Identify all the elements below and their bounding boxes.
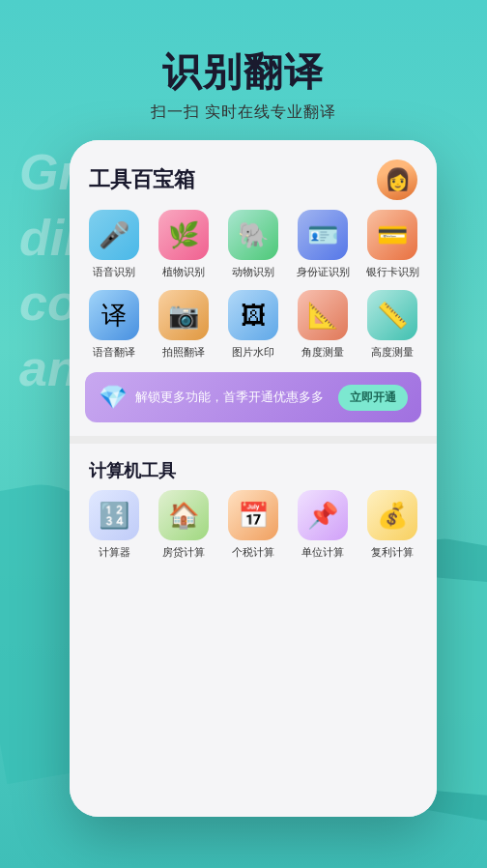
tool-label-height: 高度测量 [371,346,414,359]
calc-item-tax[interactable]: 📅 个税计算 [224,490,282,559]
tool-label-plant: 植物识别 [162,266,205,278]
avatar-face: 👩 [377,159,417,200]
diamond-icon: 💎 [99,384,128,411]
tool-item-translate[interactable]: 译 语音翻译 [85,290,143,359]
calc-label-loan: 房贷计算 [162,546,205,559]
calc-label-unit: 单位计算 [301,546,344,559]
tool-icon-plant: 🌿 [158,210,209,260]
calc-section-header: 计算机工具 [70,448,437,490]
tool-item-plant[interactable]: 🌿 植物识别 [155,210,213,278]
tool-icon-angle: 📐 [298,290,348,340]
card-title: 工具百宝箱 [89,165,195,194]
tool-label-bankcard: 银行卡识别 [366,266,419,278]
tool-item-photo[interactable]: 📷 拍照翻译 [155,290,213,359]
calc-label-compound: 复利计算 [371,546,414,559]
calc-icon-tax: 📅 [228,490,278,540]
calc-label-tax: 个税计算 [232,546,274,559]
calc-grid: 🔢 计算器 🏠 房贷计算 📅 个税计算 📌 单位计算 💰 复利计算 [70,490,437,559]
banner-left: 💎 解锁更多功能，首季开通优惠多多 [99,384,324,411]
main-title: 识别翻译 [0,48,487,95]
tool-item-height[interactable]: 📏 高度测量 [363,290,421,359]
tool-label-photo: 拍照翻译 [162,346,205,359]
tool-icon-watermark: 🖼 [228,290,278,340]
calc-item-compound[interactable]: 💰 复利计算 [363,490,421,559]
calc-label-calc: 计算器 [99,546,130,559]
tool-label-watermark: 图片水印 [232,346,274,359]
promo-banner[interactable]: 💎 解锁更多功能，首季开通优惠多多 立即开通 [85,372,421,422]
tool-label-voice: 语音识别 [93,266,135,278]
tool-item-idcard[interactable]: 🪪 身份证识别 [294,210,352,278]
calc-item-unit[interactable]: 📌 单位计算 [294,490,352,559]
tool-icon-idcard: 🪪 [298,210,348,260]
phone-card: 工具百宝箱 👩 🎤 语音识别 🌿 植物识别 🐘 动物识别 🪪 身份证识别 💳 银… [70,140,437,817]
tool-label-animal: 动物识别 [232,266,274,278]
calc-icon-unit: 📌 [298,490,348,540]
tool-item-angle[interactable]: 📐 角度测量 [294,290,352,359]
tool-icon-height: 📏 [367,290,417,340]
tool-icon-animal: 🐘 [228,210,278,260]
avatar[interactable]: 👩 [377,159,417,200]
tool-item-animal[interactable]: 🐘 动物识别 [224,210,282,278]
card-inner: 工具百宝箱 👩 🎤 语音识别 🌿 植物识别 🐘 动物识别 🪪 身份证识别 💳 银… [70,140,437,817]
tools-grid: 🎤 语音识别 🌿 植物识别 🐘 动物识别 🪪 身份证识别 💳 银行卡识别 译 语… [70,210,437,359]
top-section: 识别翻译 扫一扫 实时在线专业翻译 [0,0,487,123]
banner-button[interactable]: 立即开通 [338,385,408,411]
banner-text: 解锁更多功能，首季开通优惠多多 [135,389,324,406]
tool-item-voice[interactable]: 🎤 语音识别 [85,210,143,278]
tool-label-idcard: 身份证识别 [297,266,350,278]
calc-icon-calc: 🔢 [89,490,139,540]
calc-icon-loan: 🏠 [158,490,209,540]
tool-item-watermark[interactable]: 🖼 图片水印 [224,290,282,359]
tool-label-translate: 语音翻译 [93,346,135,359]
tool-icon-translate: 译 [89,290,139,340]
tool-icon-bankcard: 💳 [367,210,417,260]
sub-title: 扫一扫 实时在线专业翻译 [0,102,487,123]
tool-label-angle: 角度测量 [301,346,344,359]
tool-icon-photo: 📷 [158,290,209,340]
calc-item-loan[interactable]: 🏠 房贷计算 [155,490,213,559]
section-divider [70,436,437,444]
calc-icon-compound: 💰 [367,490,417,540]
tool-item-bankcard[interactable]: 💳 银行卡识别 [363,210,421,278]
calc-section-title: 计算机工具 [89,459,176,482]
calc-item-calc[interactable]: 🔢 计算器 [85,490,143,559]
tool-icon-voice: 🎤 [89,210,139,260]
card-header: 工具百宝箱 👩 [70,140,437,210]
